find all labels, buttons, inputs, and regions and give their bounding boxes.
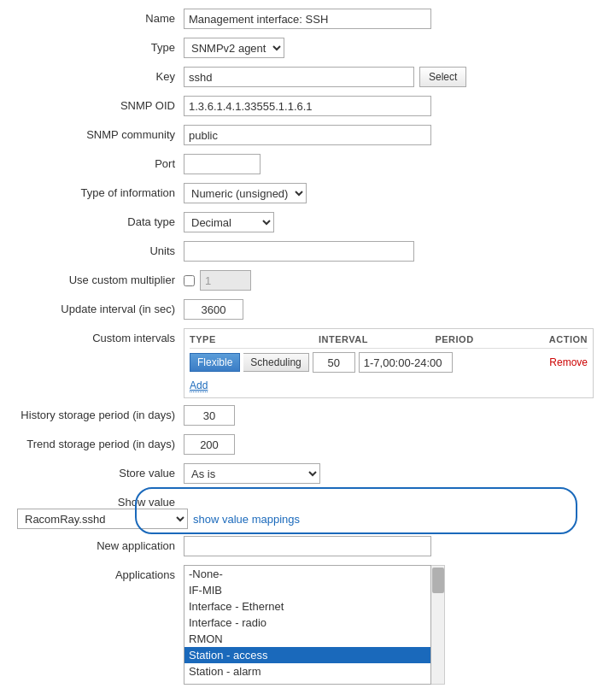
list-item-selected[interactable]: Station - access [184,647,430,663]
type-info-select[interactable]: Numeric (unsigned) Numeric (float) Chara… [184,183,307,203]
trend-input[interactable] [184,434,235,455]
list-item[interactable]: Station - alarm [184,663,430,679]
type-control: SNMPv2 agent SNMPv1 agent SNMPv3 agent Z… [184,38,586,58]
multiplier-checkbox[interactable] [184,275,195,286]
type-info-control: Numeric (unsigned) Numeric (float) Chara… [184,183,586,203]
store-value-label: Store value [17,463,184,479]
store-value-select[interactable]: As is Delta (speed per second) Delta (si… [184,463,320,484]
list-item[interactable]: IF-MIB [184,582,430,598]
data-type-select[interactable]: Decimal Octal Hexadecimal Boolean [184,212,274,232]
custom-intervals-table: TYPE INTERVAL PERIOD ACTION FlexibleSche… [184,328,594,398]
list-item[interactable]: -None- [184,566,430,582]
ci-add-wrapper: Add [190,376,588,392]
show-value-label: Show value [17,492,184,509]
tab-flexible[interactable]: Flexible [190,353,240,372]
store-value-row: Store value As is Delta (speed per secon… [17,463,586,485]
form-container: Name Type SNMPv2 agent SNMPv1 agent SNMP… [0,0,603,700]
history-control [184,405,586,426]
custom-intervals-label: Custom intervals [17,328,184,344]
multiplier-row: Use custom multiplier [17,270,586,292]
ci-header: TYPE INTERVAL PERIOD ACTION [190,334,588,349]
port-control [184,154,586,174]
ci-remove-link[interactable]: Remove [549,356,588,368]
update-interval-label: Update interval (in sec) [17,299,184,315]
units-input[interactable] [184,241,414,262]
list-item[interactable]: Station - chassis [184,679,430,685]
trend-row: Trend storage period (in days) [17,434,586,456]
history-label: History storage period (in days) [17,405,184,421]
custom-intervals-row: Custom intervals TYPE INTERVAL PERIOD AC… [17,328,586,398]
multiplier-control [184,270,586,291]
name-row: Name [17,9,586,31]
show-value-select[interactable]: RacomRay.sshd -None- [17,509,188,529]
list-item[interactable]: Interface - radio [184,615,430,631]
app-list-container: -None- IF-MIB Interface - Ethernet Inter… [184,565,445,685]
data-type-row: Data type Decimal Octal Hexadecimal Bool… [17,212,586,234]
list-item[interactable]: Interface - Ethernet [184,598,430,615]
show-value-row: Show value RacomRay.sshd -None- show val… [17,492,586,529]
key-control: Select [184,67,586,87]
snmp-oid-input[interactable] [184,96,431,116]
units-control [184,241,586,262]
port-label: Port [17,154,184,170]
tab-scheduling[interactable]: Scheduling [243,353,308,372]
history-input[interactable] [184,405,235,426]
ci-col-period: PERIOD [395,334,514,344]
type-row: Type SNMPv2 agent SNMPv1 agent SNMPv3 ag… [17,38,586,60]
applications-row: Applications -None- IF-MIB Interface - E… [17,565,586,685]
custom-intervals-control: TYPE INTERVAL PERIOD ACTION FlexibleSche… [184,328,594,398]
snmp-community-row: SNMP community [17,125,586,147]
trend-label: Trend storage period (in days) [17,434,184,450]
name-input[interactable] [184,9,431,29]
ci-period-input[interactable] [359,352,453,373]
ci-col-action: ACTION [514,334,588,344]
snmp-oid-control [184,96,586,116]
type-info-label: Type of information [17,183,184,199]
snmp-community-label: SNMP community [17,125,184,141]
multiplier-checkbox-wrapper [184,270,251,291]
store-value-control: As is Delta (speed per second) Delta (si… [184,463,586,484]
select-button[interactable]: Select [419,67,466,87]
new-application-control [184,536,586,556]
name-label: Name [17,9,184,25]
show-value-mappings-link[interactable]: show value mappings [193,513,300,526]
snmp-community-input[interactable] [184,125,431,145]
history-row: History storage period (in days) [17,405,586,427]
new-application-label: New application [17,536,184,552]
scrollbar-track[interactable] [431,565,445,685]
snmp-oid-row: SNMP OID [17,96,586,118]
new-application-row: New application [17,536,586,558]
port-input[interactable] [184,154,261,174]
applications-label: Applications [17,565,184,581]
update-interval-control [184,299,586,320]
update-interval-row: Update interval (in sec) [17,299,586,321]
ci-col-type: TYPE [190,334,292,344]
applications-control: -None- IF-MIB Interface - Ethernet Inter… [184,565,586,685]
data-type-control: Decimal Octal Hexadecimal Boolean [184,212,586,232]
name-control [184,9,586,29]
type-label: Type [17,38,184,54]
key-row: Key Select [17,67,586,89]
ci-add-link[interactable]: Add [190,379,208,392]
snmp-community-control [184,125,586,145]
multiplier-value-input [200,270,251,291]
new-application-input[interactable] [184,536,431,556]
applications-listbox[interactable]: -None- IF-MIB Interface - Ethernet Inter… [184,565,431,685]
units-row: Units [17,241,586,263]
type-select[interactable]: SNMPv2 agent SNMPv1 agent SNMPv3 agent Z… [184,38,284,58]
port-row: Port [17,154,586,176]
type-info-row: Type of information Numeric (unsigned) N… [17,183,586,205]
key-label: Key [17,67,184,83]
data-type-label: Data type [17,212,184,228]
ci-interval-input[interactable] [313,352,355,373]
ci-col-interval: INTERVAL [292,334,395,344]
scrollbar-thumb [432,568,444,593]
ci-row: FlexibleScheduling Remove [190,352,588,373]
key-input[interactable] [184,67,414,87]
units-label: Units [17,241,184,257]
list-item[interactable]: RMON [184,631,430,647]
update-interval-input[interactable] [184,299,243,320]
snmp-oid-label: SNMP OID [17,96,184,112]
show-value-control: RacomRay.sshd -None- show value mappings [17,509,300,529]
multiplier-label: Use custom multiplier [17,270,184,286]
